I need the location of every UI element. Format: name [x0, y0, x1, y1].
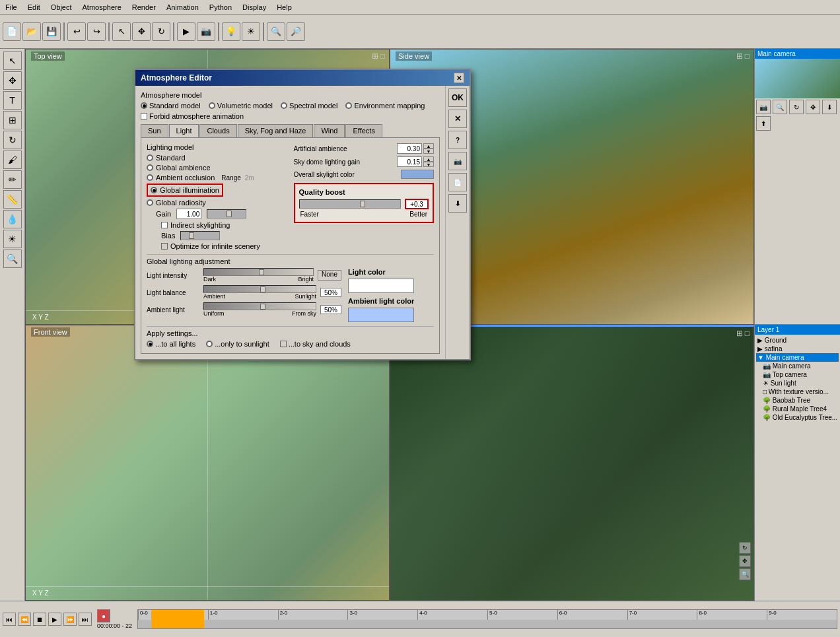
tool-rotate[interactable]: ↻ [3, 131, 22, 149]
tool-sculpt[interactable]: ✏ [3, 170, 22, 189]
model-environment[interactable]: Environment mapping [345, 102, 425, 110]
sky-dome-up[interactable]: ▲ [423, 156, 434, 162]
timeline-stop-btn[interactable]: ⏹ [33, 613, 46, 626]
menu-atmosphere[interactable]: Atmosphere [77, 2, 127, 13]
tool-select[interactable]: ↖ [3, 51, 22, 70]
light-color-swatch[interactable] [348, 279, 414, 293]
apply-all-radio[interactable] [147, 341, 153, 347]
tab-effects[interactable]: Effects [345, 124, 382, 137]
light-intensity-slider[interactable] [203, 268, 314, 276]
sky-dome-input[interactable] [397, 156, 422, 167]
tool-measure[interactable]: 📏 [3, 190, 22, 209]
vp-camera-icon1[interactable]: ⊞ [736, 329, 743, 338]
cam-icon3[interactable]: ↻ [789, 100, 804, 114]
lighting-global-radiosity[interactable]: Global radiosity [147, 199, 287, 207]
vp-side-icon1[interactable]: ⊞ [736, 51, 743, 61]
gain-input[interactable] [176, 209, 201, 219]
toolbar-save[interactable]: 💾 [42, 22, 61, 41]
bias-slider[interactable] [180, 231, 220, 240]
light-balance-percent[interactable] [320, 288, 341, 297]
timeline-prev-btn[interactable]: ⏪ [18, 613, 31, 626]
timeline-record-btn[interactable]: ● [97, 609, 110, 622]
menu-edit[interactable]: Edit [22, 2, 46, 13]
lighting-ambient-occlusion[interactable]: Ambient occlusion Range 2m [147, 174, 287, 182]
forbid-animation-checkbox[interactable] [141, 113, 147, 119]
toolbar-open[interactable]: 📂 [22, 22, 41, 41]
toolbar-move[interactable]: ✥ [132, 22, 151, 41]
model-volumetric[interactable]: Volumetric model [209, 102, 273, 110]
tab-wind[interactable]: Wind [314, 124, 345, 137]
model-spectral-radio[interactable] [281, 102, 287, 109]
model-volumetric-radio[interactable] [209, 102, 215, 109]
dialog-camera-button[interactable]: 📷 [448, 152, 467, 170]
viewport-camera[interactable]: Camera view ⊞ □ ↻ ✥ 🔍 [390, 325, 754, 601]
quality-boost-track[interactable] [299, 199, 402, 209]
artificial-ambience-input[interactable] [397, 143, 422, 154]
tree-item-top-cam[interactable]: 📷 Top camera [756, 370, 839, 379]
apply-only-sunlight[interactable]: ...only to sunlight [206, 340, 269, 348]
menu-animation[interactable]: Animation [161, 2, 204, 13]
tool-scale[interactable]: ⊞ [3, 111, 22, 129]
cam-icon1[interactable]: 📷 [756, 100, 771, 114]
cam-icon5[interactable]: ⬇ [822, 100, 837, 114]
dialog-doc-button[interactable]: 📄 [448, 173, 467, 191]
toolbar-select[interactable]: ↖ [112, 22, 131, 41]
ambient-light-percent[interactable] [320, 305, 341, 314]
tab-light[interactable]: Light [169, 124, 199, 137]
toolbar-rotate[interactable]: ↻ [152, 22, 170, 41]
tree-item-main-camera[interactable]: ▼ Main camera [756, 353, 839, 362]
model-standard-radio[interactable] [141, 102, 147, 109]
viewport-front[interactable]: Front view ⊞ □ X Y Z [25, 325, 390, 601]
tool-light2[interactable]: ☀ [3, 230, 22, 248]
none-button[interactable]: None [318, 270, 341, 281]
timeline-start-btn[interactable]: ⏮ [3, 613, 16, 626]
tree-item-texture[interactable]: □ With texture versio... [756, 387, 839, 396]
lighting-gi-radio[interactable] [151, 187, 157, 193]
optimize-checkbox[interactable] [161, 243, 168, 250]
ambient-light-slider[interactable] [203, 302, 316, 310]
lighting-global-ambience-radio[interactable] [147, 164, 153, 171]
tree-item-baobab[interactable]: 🌳 Baobab Tree [756, 396, 839, 405]
indirect-sky-checkbox[interactable] [161, 222, 168, 228]
timeline-play-btn[interactable]: ▶ [48, 613, 61, 626]
model-standard[interactable]: Standard model [141, 102, 201, 110]
apply-sky-clouds[interactable]: ...to sky and clouds [280, 340, 351, 348]
model-spectral[interactable]: Spectral model [281, 102, 337, 110]
tree-item-ground[interactable]: ▶ Ground [756, 336, 839, 345]
tab-sun[interactable]: Sun [141, 124, 168, 137]
toolbar-render[interactable]: ▶ [177, 22, 195, 41]
model-environment-radio[interactable] [345, 102, 352, 109]
menu-object[interactable]: Object [46, 2, 77, 13]
dialog-help-button[interactable]: ? [448, 131, 467, 149]
menu-render[interactable]: Render [127, 2, 161, 13]
skylight-color-swatch[interactable] [401, 170, 434, 179]
timeline-end-btn[interactable]: ⏭ [79, 613, 92, 626]
ambience-down[interactable]: ▼ [423, 149, 434, 154]
dialog-arrow-button[interactable]: ⬇ [448, 194, 467, 213]
dialog-close-button[interactable]: ✕ [454, 73, 464, 83]
gain-slider[interactable] [207, 209, 246, 218]
tool-paint[interactable]: 🖌 [3, 151, 22, 169]
toolbar-light[interactable]: 💡 [222, 22, 240, 41]
ambience-up[interactable]: ▲ [423, 143, 434, 149]
toolbar-undo[interactable]: ↩ [67, 22, 86, 41]
timeline-track[interactable]: 0-0 1-0 2-0 3-0 4-0 5-0 6-0 7-0 8-0 9-0 [137, 609, 837, 629]
timeline-next-btn[interactable]: ⏩ [63, 613, 77, 626]
vp-side-icon2[interactable]: □ [745, 51, 750, 61]
menu-python[interactable]: Python [204, 2, 237, 13]
toolbar-sun[interactable]: ☀ [242, 22, 260, 41]
cam-icon4[interactable]: ✥ [806, 100, 820, 114]
forbid-animation-check[interactable]: Forbid atmosphere animation [141, 112, 440, 120]
ambient-light-color-swatch[interactable] [348, 308, 414, 322]
toolbar-zoom-in[interactable]: 🔍 [267, 22, 285, 41]
tab-clouds[interactable]: Clouds [199, 124, 236, 137]
cam-rotate-btn[interactable]: ↻ [739, 542, 751, 554]
toolbar-redo[interactable]: ↪ [87, 22, 106, 41]
cam-icon6[interactable]: ⬆ [756, 116, 771, 131]
lighting-global-ambience[interactable]: Global ambience [147, 164, 287, 172]
sky-dome-down[interactable]: ▼ [423, 162, 434, 167]
vp-camera-icon2[interactable]: □ [745, 329, 750, 338]
tool-text[interactable]: T [3, 91, 22, 110]
cam-icon2[interactable]: 🔍 [773, 100, 787, 114]
tool-zoom[interactable]: 🔍 [3, 250, 22, 268]
